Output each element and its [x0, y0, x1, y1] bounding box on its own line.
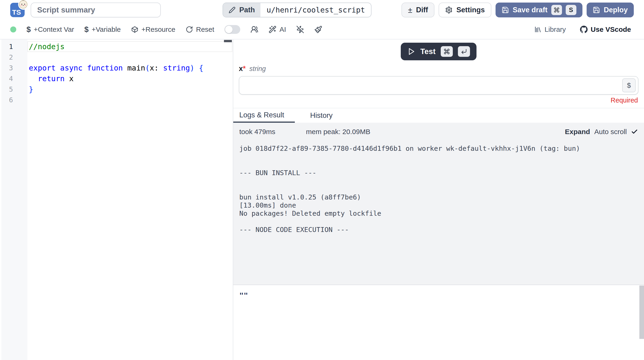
save-icon [502, 6, 509, 14]
add-variable-label: +Variable [92, 25, 120, 33]
settings-button[interactable]: Settings [439, 2, 491, 17]
save-draft-button-label: Save draft [513, 6, 548, 14]
users-button[interactable] [250, 25, 258, 33]
dollar-icon: $ [26, 25, 31, 34]
save-icon [593, 6, 600, 14]
code-editor[interactable]: 1 //nodejs 2 3 export async function mai… [0, 39, 233, 360]
required-asterisk: * [243, 64, 246, 73]
add-resource-button[interactable]: +Resource [131, 25, 176, 33]
insert-variable-button[interactable]: $ [622, 78, 636, 92]
log-output: job 018d7f22-af89-7385-7780-d4146d1f96b1… [239, 145, 638, 234]
refresh-icon [186, 26, 193, 33]
reset-button[interactable]: Reset [186, 25, 214, 33]
argument-label-row: x * string [239, 64, 638, 73]
language-server-status-dot [10, 26, 16, 32]
preview-pane: Test x * string $ [233, 39, 644, 360]
paintbrush-icon [314, 25, 322, 33]
diff-button-label: Diff [416, 6, 428, 14]
line-number: 2 [0, 53, 13, 61]
pencil-icon [228, 6, 236, 13]
line-number: 3 [0, 64, 13, 72]
add-context-var-label: +Context Var [34, 25, 74, 33]
code-line: 3 export async function main(x: string) … [0, 63, 233, 73]
argument-name: x [239, 64, 243, 73]
tab-logs-result[interactable]: Logs & Result [233, 108, 295, 123]
bun-logo-icon [18, 0, 29, 10]
disable-triggers-button[interactable] [296, 25, 304, 33]
code-line: 6 [0, 95, 233, 105]
code-line: 1 //nodejs [0, 41, 233, 52]
path-label-section: Path [223, 3, 260, 17]
test-as-user-toggle[interactable] [224, 25, 240, 34]
gear-icon [445, 6, 452, 14]
path-control[interactable]: Path u/henri/coolest_script [222, 2, 372, 17]
result-value: "" [239, 291, 644, 299]
test-button[interactable]: Test [401, 43, 476, 60]
result-tabs: Logs & Result History [233, 108, 644, 123]
zap-off-icon [296, 25, 304, 33]
save-draft-button[interactable]: Save draft S [496, 2, 582, 17]
github-icon [580, 25, 588, 33]
result-panel: "" [233, 285, 644, 360]
code-function-name: main [127, 64, 145, 72]
format-code-button[interactable] [314, 25, 322, 33]
command-icon [444, 48, 450, 55]
code-line: 4 return x [0, 73, 233, 84]
code-value: x [64, 74, 74, 83]
use-vscode-label: Use VScode [591, 25, 631, 33]
required-message: Required [239, 97, 638, 104]
script-editor-page: TS Path u/henri/c [0, 0, 644, 360]
toolbar-right: Library Use VScode [534, 25, 631, 33]
code-lines: 1 //nodejs 2 3 export async function mai… [0, 41, 233, 105]
summary-input[interactable] [31, 2, 161, 17]
argument-input-wrap: $ [239, 76, 638, 95]
ai-assistant-button[interactable]: AI [268, 25, 286, 33]
command-icon [554, 7, 560, 13]
diff-button[interactable]: ± Diff [402, 2, 434, 17]
code-type: string [163, 64, 190, 72]
log-status-row: took 479ms mem peak: 20.09MB Expand Auto… [239, 128, 638, 136]
code-parameter: x: [150, 64, 163, 72]
auto-scroll-toggle[interactable]: Auto scroll [594, 128, 627, 136]
add-variable-button[interactable]: $ +Variable [84, 25, 121, 34]
argument-input[interactable] [239, 76, 638, 95]
users-icon [250, 25, 258, 33]
code-comment: //nodejs [29, 42, 64, 51]
line-number: 4 [0, 75, 13, 83]
code-indent [29, 74, 38, 83]
main-split: 1 //nodejs 2 3 export async function mai… [0, 39, 644, 360]
package-icon [131, 26, 138, 33]
typescript-badge: TS [10, 3, 25, 17]
duration-text: took 479ms [239, 128, 275, 136]
reset-label: Reset [196, 25, 214, 33]
result-scrollbar[interactable] [639, 286, 644, 339]
top-bar-actions: ± Diff Settings Save draft [402, 2, 634, 17]
toggle-knob [225, 26, 232, 33]
expand-button[interactable]: Expand [565, 128, 590, 136]
code-keyword: return [38, 74, 65, 83]
code-keywords: export async function [29, 64, 127, 72]
play-icon [407, 47, 415, 55]
ai-label: AI [280, 25, 286, 33]
path-value: u/henri/coolest_script [260, 3, 371, 17]
line-number: 5 [0, 85, 13, 93]
library-button[interactable]: Library [534, 25, 566, 33]
command-key-chip [441, 46, 453, 57]
deploy-button-label: Deploy [604, 6, 628, 14]
log-controls: Expand Auto scroll [565, 128, 638, 136]
tab-history[interactable]: History [304, 108, 338, 123]
line-number: 6 [0, 96, 13, 104]
code-paren: ( [145, 64, 150, 72]
settings-button-label: Settings [456, 6, 485, 14]
code-paren: ) { [190, 64, 204, 72]
code-line: 5 } [0, 84, 233, 95]
command-key-chip [551, 5, 562, 15]
s-key-chip: S [566, 5, 576, 15]
editor-scrollbar-marker[interactable] [224, 40, 232, 42]
add-context-var-button[interactable]: $ +Context Var [26, 25, 74, 34]
deploy-button[interactable]: Deploy [586, 2, 634, 17]
path-label: Path [239, 6, 255, 14]
top-bar: TS Path u/henri/c [0, 0, 644, 20]
plus-minus-icon: ± [408, 6, 412, 14]
use-vscode-button[interactable]: Use VScode [580, 25, 631, 33]
